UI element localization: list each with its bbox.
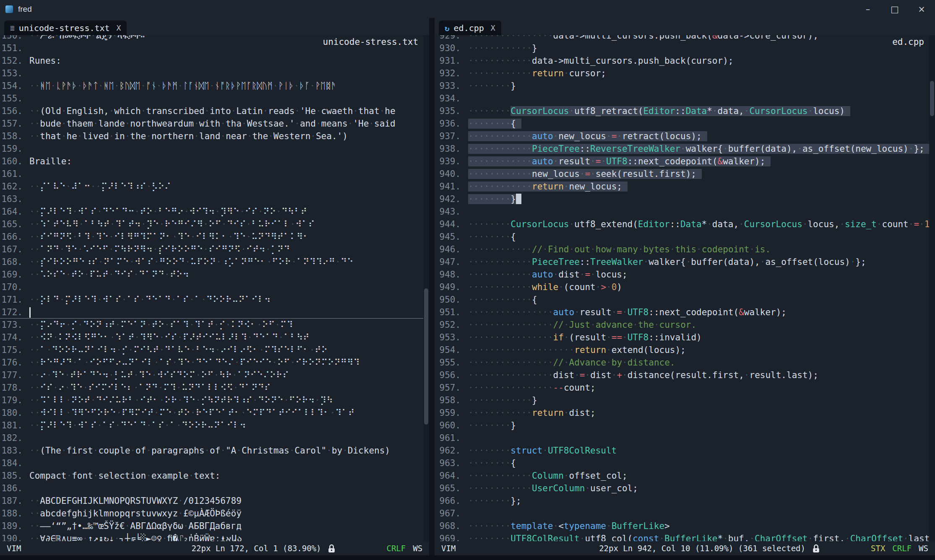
code-line[interactable]: 161.	[0, 168, 429, 180]
code-line[interactable]: 157.··bude·thaem·lande·northweardum·with…	[0, 117, 429, 130]
code-line[interactable]: 175.··⠁·⠙⠕⠕⠗⠤⠝⠁⠊⠇⠲·⡊·⠍⠊⠣⠞·⠙⠁⠧⠑·⠃⠑⠲·⠔⠊⠇⠔⠫…	[0, 344, 429, 356]
code-line[interactable]: 170.	[0, 281, 429, 293]
code-line[interactable]: 942.········}	[435, 193, 935, 205]
code-line[interactable]: 933.········}	[435, 80, 935, 92]
code-line[interactable]: 939.············auto·result·=·UTF8::next…	[435, 155, 935, 168]
code-line[interactable]: 156.··(Old·English,·which·transcribed·in…	[0, 105, 429, 117]
code-line[interactable]: 180.··⠺⠊⠇⠇·⠹⠻⠑⠋⠕⠗⠑·⠏⠻⠍⠊⠞·⠍⠑·⠞⠕·⠗⠑⠏⠑⠁⠞⠂·⠑…	[0, 407, 429, 419]
tab-close-icon[interactable]: X	[117, 23, 121, 32]
code-line[interactable]: 153.	[0, 67, 429, 80]
code-line[interactable]: 188.··abcdefghijklmnopqrstuvwxyz·£©µÀÆÖÞ…	[0, 507, 429, 520]
maximize-button[interactable]: □	[881, 0, 908, 18]
pane-splitter[interactable]	[429, 18, 435, 555]
code-line[interactable]: 968.········template·<typename·BufferLik…	[435, 520, 935, 532]
code-line[interactable]: 941.············return·new_locus;	[435, 180, 935, 193]
code-line[interactable]: 160.Braille:	[0, 155, 429, 168]
code-line[interactable]: 940.············new_locus·=·seek(result.…	[435, 168, 935, 180]
left-scrollbar-thumb[interactable]	[424, 288, 428, 425]
code-line[interactable]: 163.	[0, 193, 429, 205]
code-line[interactable]: 966.········};	[435, 495, 935, 507]
code-line[interactable]: 959.············return·dist;	[435, 407, 935, 419]
code-line[interactable]: 154.··ᚻᛖ·ᚳᚹᚫᚦ·ᚦᚫᛏ·ᚻᛖ·ᛒᚢᛞᛖ·ᚩᚾ·ᚦᚫᛗ·ᛚᚪᚾᛞᛖ·ᚾ…	[0, 80, 429, 92]
code-line[interactable]: 969.········UTF8ColResult·utf8_col(const…	[435, 532, 935, 541]
minimize-button[interactable]: –	[854, 0, 881, 18]
code-line[interactable]: 936.········{	[435, 117, 935, 130]
code-line[interactable]: 965.············UserColumn·user_col;	[435, 482, 935, 495]
code-line[interactable]: 166.··⠎⠊⠛⠝⠫·⠃⠹·⠹⠑·⠊⠇⠻⠛⠹⠍⠁⠝⠂·⠹⠑·⠊⠇⠻⠅⠂·⠹⠑·…	[0, 231, 429, 243]
code-line[interactable]: 172.	[0, 306, 429, 319]
code-line[interactable]: 948.············auto·dist·=·locus;	[435, 268, 935, 281]
code-line[interactable]: 184.	[0, 457, 429, 469]
code-line[interactable]: 190.··∀∂∈ℝ∧∪≡∞·↑↗↨↻⇣·┐┼╔╘░►☺♀·ﬁ�⑀₂ἠḂӥẄɐː…	[0, 532, 429, 541]
code-line[interactable]: 167.··⠁⠝⠙·⠹⠑·⠡⠊⠑⠋·⠍⠳⠗⠝⠻⠲·⡎⠊⠗⠕⠕⠛⠑·⠎⠊⠛⠝⠫·⠊…	[0, 243, 429, 256]
left-editor-surface[interactable]: 150.··ሥራ·ከመፍታት·ልጄን·ላፋታት።151.152.Runes:15…	[0, 35, 429, 541]
code-line[interactable]: 185.Compact·font·selection·example·text:	[0, 469, 429, 482]
close-button[interactable]: ×	[908, 0, 935, 18]
code-line[interactable]: 932.············return·cursor;	[435, 67, 935, 80]
code-line[interactable]: 189.··–—‘“”„†•…‰™œŠŸž€·ΑΒΓΔΩαβγδω·АБВГДа…	[0, 520, 429, 532]
code-line[interactable]: 929.················data->multi_cursors.…	[435, 35, 935, 42]
code-line[interactable]: 949.············while·(count·>·0)	[435, 281, 935, 293]
code-line[interactable]: 945.········{	[435, 231, 935, 243]
code-line[interactable]: 176.··⠗⠑⠛⠜⠙·⠁·⠊⠕⠋⠋⠔⠤⠝⠁⠊⠇·⠁⠎·⠹⠑·⠙⠑⠁⠙⠑⠌·⠏⠊…	[0, 356, 429, 369]
code-line[interactable]: 954.····················return·extend(lo…	[435, 344, 935, 356]
code-line[interactable]: 158.··that·he·lived·in·the·northern·land…	[0, 130, 429, 143]
code-line[interactable]: 177.··⠔·⠹⠑·⠞⠗⠁⠙⠑⠲·⡃⠥⠞·⠹⠑·⠺⠊⠎⠙⠕⠍·⠕⠋·⠳⠗·⠁⠝…	[0, 369, 429, 381]
code-line[interactable]: 934.	[435, 92, 935, 105]
code-line[interactable]: 171.··⡕⠇⠙·⡍⠜⠇⠑⠹·⠺⠁⠎·⠁⠎·⠙⠑⠁⠙·⠁⠎·⠁·⠙⠕⠕⠗⠤⠝⠁…	[0, 293, 429, 306]
tab-ed-cpp[interactable]: ↻ ed.cpp X	[439, 21, 501, 35]
whitespace-indicator[interactable]: WS	[919, 544, 928, 553]
left-scrollbar[interactable]	[423, 35, 429, 541]
tab-unicode-stress[interactable]: ≣ unicode-stress.txt X	[4, 21, 127, 35]
code-line[interactable]: 967.	[435, 507, 935, 520]
code-line[interactable]: 955.················//·Advance·by·distan…	[435, 356, 935, 369]
code-line[interactable]: 935.········CursorLocus·utf8_retract(Edi…	[435, 105, 935, 117]
code-line[interactable]: 169.··⠡⠕⠎⠑·⠞⠕·⠏⠥⠞·⠙⠊⠎·⠙⠁⠝⠙·⠞⠕⠲	[0, 268, 429, 281]
code-line[interactable]: 960.········}	[435, 419, 935, 432]
code-line[interactable]: 952.················//·Just·advance·the·…	[435, 319, 935, 331]
whitespace-indicator[interactable]: WS	[413, 544, 422, 553]
code-line[interactable]: 187.··ABCDEFGHIJKLMNOPQRSTUVWXYZ·/012345…	[0, 495, 429, 507]
code-line[interactable]: 931.············data->multi_cursors.push…	[435, 54, 935, 67]
code-line[interactable]: 964.············Column·offset_col;	[435, 469, 935, 482]
code-line[interactable]: 957.················--count;	[435, 381, 935, 394]
code-line[interactable]: 155.	[0, 92, 429, 105]
code-line[interactable]: 182.	[0, 432, 429, 444]
code-line[interactable]: 963.········{	[435, 457, 935, 469]
code-line[interactable]: 165.··⠱⠁⠞⠑⠧⠻·⠁⠃⠳⠞·⠹⠁⠞⠲·⡹⠑·⠗⠑⠛⠊⠌⠻·⠕⠋·⠙⠊⠎·…	[0, 218, 429, 231]
lock-icon[interactable]	[813, 544, 820, 553]
code-line[interactable]: 186.	[0, 482, 429, 495]
code-line[interactable]: 178.··⠊⠎·⠔·⠹⠑·⠎⠊⠍⠊⠇⠑⠆·⠁⠝⠙·⠍⠹·⠥⠝⠙⠁⠇⠇⠪⠫·⠙⠁…	[0, 381, 429, 394]
code-line[interactable]: 951.················auto·result·=·UTF8::…	[435, 306, 935, 319]
lock-icon[interactable]	[328, 544, 335, 553]
code-line[interactable]: 962.········struct·UTF8ColResult	[435, 444, 935, 457]
right-scrollbar-thumb[interactable]	[930, 81, 934, 116]
code-line[interactable]: 938.············PieceTree::ReverseTreeWa…	[435, 143, 935, 155]
right-editor-surface[interactable]: 929.················data->multi_cursors.…	[435, 35, 935, 541]
code-line[interactable]: 958.············}	[435, 394, 935, 407]
code-line[interactable]: 159.	[0, 143, 429, 155]
eol-indicator[interactable]: CRLF	[386, 544, 406, 553]
code-line[interactable]: 947.············PieceTree::TreeWalker·wa…	[435, 256, 935, 268]
code-line[interactable]: 152.Runes:	[0, 54, 429, 67]
tab-close-icon[interactable]: X	[491, 23, 495, 32]
code-line[interactable]: 930.············}	[435, 42, 935, 54]
code-line[interactable]: 944.········CursorLocus·utf8_extend(Edit…	[435, 218, 935, 231]
code-line[interactable]: 943.	[435, 205, 935, 218]
code-line[interactable]: 164.··⡍⠜⠇⠑⠹·⠺⠁⠎·⠙⠑⠁⠙⠒·⠞⠕·⠃⠑⠛⠔·⠺⠊⠹⠲·⡹⠻⠑·⠊…	[0, 205, 429, 218]
code-line[interactable]: 181.··⡍⠜⠇⠑⠹·⠺⠁⠎·⠁⠎·⠙⠑⠁⠙·⠁⠎·⠁·⠙⠕⠕⠗⠤⠝⠁⠊⠇⠲	[0, 419, 429, 432]
code-line[interactable]: 961.	[435, 432, 935, 444]
eol-indicator[interactable]: CRLF	[892, 544, 912, 553]
code-line[interactable]: 953.················if·(result·==·UTF8::…	[435, 331, 935, 344]
code-line[interactable]: 946.············//·Find·out·how·many·byt…	[435, 243, 935, 256]
code-line[interactable]: 179.··⠩⠁⠇⠇·⠝⠕⠞·⠙⠊⠌⠥⠗⠃·⠊⠞⠂·⠕⠗·⠹⠑·⡊⠳⠝⠞⠗⠹⠰⠎…	[0, 394, 429, 407]
code-line[interactable]: 162.··⡌⠁⠧⠑·⠼⠁⠒··⡍⠜⠇⠑⠹⠰⠎·⡣⠕⠌	[0, 180, 429, 193]
code-line[interactable]: 174.··⠪⠝·⠅⠝⠪⠇⠫⠛⠑⠂·⠱⠁⠞·⠹⠻⠑·⠊⠎·⠏⠜⠞⠊⠊⠥⠇⠜⠇⠹·…	[0, 331, 429, 344]
code-line[interactable]: 173.··⡍⠔⠙⠖·⡊·⠙⠕⠝⠰⠞·⠍⠑⠁⠝·⠞⠕·⠎⠁⠹·⠹⠁⠞·⡊·⠅⠝⠪…	[0, 319, 429, 331]
right-scrollbar[interactable]	[929, 35, 935, 541]
encoding-indicator[interactable]: STX	[871, 544, 885, 553]
code-line[interactable]: 950.············{	[435, 293, 935, 306]
code-line[interactable]: 937.············auto·new_locus·=·retract…	[435, 130, 935, 143]
code-line[interactable]: 168.··⡎⠊⠗⠕⠕⠛⠑⠰⠎·⠝⠁⠍⠑·⠺⠁⠎·⠛⠕⠕⠙·⠥⠏⠕⠝·⠰⡡⠁⠝⠛…	[0, 256, 429, 268]
code-line[interactable]: 956.················dist·=·dist·+·distan…	[435, 369, 935, 381]
